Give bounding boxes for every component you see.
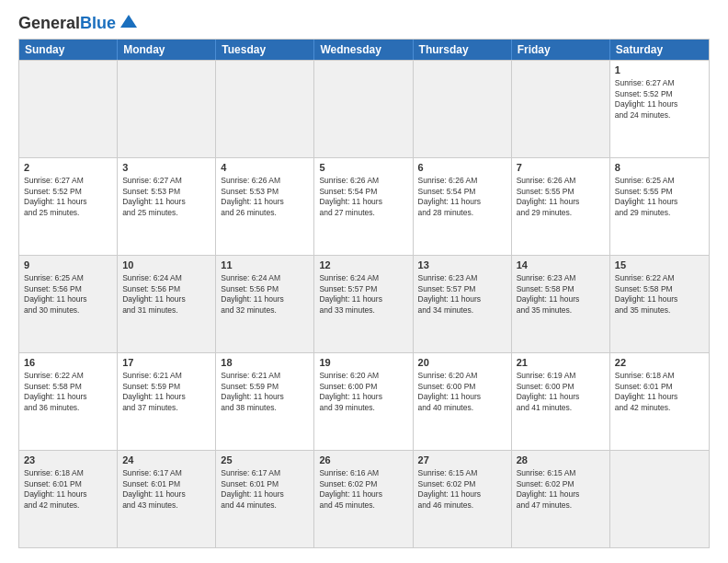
day-number: 20 xyxy=(418,356,506,369)
logo-general-text: GeneralBlue xyxy=(18,15,116,31)
day-number: 21 xyxy=(517,356,605,369)
calendar-cell: 2Sunrise: 6:27 AM Sunset: 5:52 PM Daylig… xyxy=(19,158,118,255)
day-info: Sunrise: 6:18 AM Sunset: 6:01 PM Dayligh… xyxy=(615,371,704,413)
day-number: 5 xyxy=(319,161,407,174)
calendar-cell: 7Sunrise: 6:26 AM Sunset: 5:55 PM Daylig… xyxy=(512,158,610,255)
day-info: Sunrise: 6:26 AM Sunset: 5:53 PM Dayligh… xyxy=(221,176,309,218)
day-number: 2 xyxy=(24,161,112,174)
day-info: Sunrise: 6:17 AM Sunset: 6:01 PM Dayligh… xyxy=(122,468,210,511)
calendar-cell: 17Sunrise: 6:21 AM Sunset: 5:59 PM Dayli… xyxy=(118,353,216,450)
logo: GeneralBlue xyxy=(18,15,139,31)
day-info: Sunrise: 6:15 AM Sunset: 6:02 PM Dayligh… xyxy=(517,468,605,511)
calendar-cell: 12Sunrise: 6:24 AM Sunset: 5:57 PM Dayli… xyxy=(314,256,413,352)
day-info: Sunrise: 6:26 AM Sunset: 5:54 PM Dayligh… xyxy=(319,176,407,218)
day-info: Sunrise: 6:24 AM Sunset: 5:56 PM Dayligh… xyxy=(122,273,210,316)
day-number: 19 xyxy=(319,356,407,369)
day-number: 13 xyxy=(418,259,506,271)
weekday-header: Friday xyxy=(512,40,610,60)
calendar-cell: 20Sunrise: 6:20 AM Sunset: 6:00 PM Dayli… xyxy=(414,353,512,450)
calendar-cell: 4Sunrise: 6:26 AM Sunset: 5:53 PM Daylig… xyxy=(216,158,314,255)
calendar-cell xyxy=(610,451,709,547)
calendar-cell: 9Sunrise: 6:25 AM Sunset: 5:56 PM Daylig… xyxy=(19,256,118,352)
calendar-row: 9Sunrise: 6:25 AM Sunset: 5:56 PM Daylig… xyxy=(19,255,709,352)
day-number: 10 xyxy=(122,259,210,271)
calendar-cell: 8Sunrise: 6:25 AM Sunset: 5:55 PM Daylig… xyxy=(610,158,709,255)
calendar-cell: 6Sunrise: 6:26 AM Sunset: 5:54 PM Daylig… xyxy=(414,158,512,255)
page: GeneralBlue SundayMondayTuesdayWednesday… xyxy=(0,0,728,563)
day-info: Sunrise: 6:26 AM Sunset: 5:54 PM Dayligh… xyxy=(418,176,506,218)
day-info: Sunrise: 6:27 AM Sunset: 5:52 PM Dayligh… xyxy=(615,78,704,121)
weekday-header: Thursday xyxy=(414,40,512,60)
day-number: 16 xyxy=(24,356,112,369)
svg-marker-0 xyxy=(120,15,137,28)
day-info: Sunrise: 6:15 AM Sunset: 6:02 PM Dayligh… xyxy=(418,468,506,511)
calendar-cell: 5Sunrise: 6:26 AM Sunset: 5:54 PM Daylig… xyxy=(314,158,413,255)
calendar: SundayMondayTuesdayWednesdayThursdayFrid… xyxy=(18,39,710,548)
calendar-cell: 3Sunrise: 6:27 AM Sunset: 5:53 PM Daylig… xyxy=(118,158,216,255)
calendar-cell: 23Sunrise: 6:18 AM Sunset: 6:01 PM Dayli… xyxy=(19,451,118,547)
day-info: Sunrise: 6:27 AM Sunset: 5:53 PM Dayligh… xyxy=(122,176,210,218)
day-info: Sunrise: 6:26 AM Sunset: 5:55 PM Dayligh… xyxy=(517,176,605,218)
day-info: Sunrise: 6:22 AM Sunset: 5:58 PM Dayligh… xyxy=(615,273,704,316)
calendar-cell: 10Sunrise: 6:24 AM Sunset: 5:56 PM Dayli… xyxy=(118,256,216,352)
weekday-header: Sunday xyxy=(19,40,118,60)
day-info: Sunrise: 6:24 AM Sunset: 5:56 PM Dayligh… xyxy=(221,273,309,316)
calendar-cell xyxy=(314,61,413,157)
calendar-cell: 21Sunrise: 6:19 AM Sunset: 6:00 PM Dayli… xyxy=(512,353,610,450)
day-number: 25 xyxy=(221,454,309,466)
weekday-header: Wednesday xyxy=(314,40,413,60)
day-number: 22 xyxy=(615,356,704,369)
day-number: 8 xyxy=(615,161,704,174)
calendar-cell: 22Sunrise: 6:18 AM Sunset: 6:01 PM Dayli… xyxy=(610,353,709,450)
calendar-cell: 16Sunrise: 6:22 AM Sunset: 5:58 PM Dayli… xyxy=(19,353,118,450)
day-number: 3 xyxy=(122,161,210,174)
calendar-header: SundayMondayTuesdayWednesdayThursdayFrid… xyxy=(19,40,709,60)
calendar-cell: 28Sunrise: 6:15 AM Sunset: 6:02 PM Dayli… xyxy=(512,451,610,547)
weekday-header: Tuesday xyxy=(216,40,314,60)
day-info: Sunrise: 6:19 AM Sunset: 6:00 PM Dayligh… xyxy=(517,371,605,413)
day-info: Sunrise: 6:20 AM Sunset: 6:00 PM Dayligh… xyxy=(319,371,407,413)
day-info: Sunrise: 6:21 AM Sunset: 5:59 PM Dayligh… xyxy=(122,371,210,413)
calendar-cell: 13Sunrise: 6:23 AM Sunset: 5:57 PM Dayli… xyxy=(414,256,512,352)
calendar-cell: 18Sunrise: 6:21 AM Sunset: 5:59 PM Dayli… xyxy=(216,353,314,450)
calendar-body: 1Sunrise: 6:27 AM Sunset: 5:52 PM Daylig… xyxy=(19,60,709,547)
day-info: Sunrise: 6:21 AM Sunset: 5:59 PM Dayligh… xyxy=(221,371,309,413)
day-info: Sunrise: 6:20 AM Sunset: 6:00 PM Dayligh… xyxy=(418,371,506,413)
calendar-row: 2Sunrise: 6:27 AM Sunset: 5:52 PM Daylig… xyxy=(19,157,709,255)
day-number: 18 xyxy=(221,356,309,369)
logo-blue: Blue xyxy=(80,14,116,32)
day-number: 14 xyxy=(517,259,605,271)
calendar-row: 1Sunrise: 6:27 AM Sunset: 5:52 PM Daylig… xyxy=(19,60,709,157)
day-number: 9 xyxy=(24,259,112,271)
day-number: 23 xyxy=(24,454,112,466)
day-number: 26 xyxy=(319,454,407,466)
day-number: 1 xyxy=(615,63,704,76)
day-number: 15 xyxy=(615,259,704,271)
day-info: Sunrise: 6:27 AM Sunset: 5:52 PM Dayligh… xyxy=(24,176,112,218)
calendar-cell xyxy=(216,61,314,157)
day-number: 6 xyxy=(418,161,506,174)
day-info: Sunrise: 6:16 AM Sunset: 6:02 PM Dayligh… xyxy=(319,468,407,511)
day-number: 7 xyxy=(517,161,605,174)
calendar-cell: 19Sunrise: 6:20 AM Sunset: 6:00 PM Dayli… xyxy=(314,353,413,450)
calendar-cell: 15Sunrise: 6:22 AM Sunset: 5:58 PM Dayli… xyxy=(610,256,709,352)
day-info: Sunrise: 6:25 AM Sunset: 5:56 PM Dayligh… xyxy=(24,273,112,316)
calendar-cell: 27Sunrise: 6:15 AM Sunset: 6:02 PM Dayli… xyxy=(414,451,512,547)
calendar-cell: 25Sunrise: 6:17 AM Sunset: 6:01 PM Dayli… xyxy=(216,451,314,547)
day-info: Sunrise: 6:25 AM Sunset: 5:55 PM Dayligh… xyxy=(615,176,704,218)
calendar-row: 23Sunrise: 6:18 AM Sunset: 6:01 PM Dayli… xyxy=(19,450,709,547)
day-number: 17 xyxy=(122,356,210,369)
calendar-cell xyxy=(19,61,118,157)
day-number: 28 xyxy=(517,454,605,466)
calendar-cell: 1Sunrise: 6:27 AM Sunset: 5:52 PM Daylig… xyxy=(610,61,709,157)
weekday-header: Saturday xyxy=(610,40,709,60)
day-number: 27 xyxy=(418,454,506,466)
calendar-cell: 14Sunrise: 6:23 AM Sunset: 5:58 PM Dayli… xyxy=(512,256,610,352)
day-info: Sunrise: 6:18 AM Sunset: 6:01 PM Dayligh… xyxy=(24,468,112,511)
day-info: Sunrise: 6:24 AM Sunset: 5:57 PM Dayligh… xyxy=(319,273,407,316)
day-info: Sunrise: 6:23 AM Sunset: 5:58 PM Dayligh… xyxy=(517,273,605,316)
calendar-cell: 24Sunrise: 6:17 AM Sunset: 6:01 PM Dayli… xyxy=(118,451,216,547)
calendar-cell xyxy=(512,61,610,157)
calendar-cell xyxy=(118,61,216,157)
day-number: 12 xyxy=(319,259,407,271)
